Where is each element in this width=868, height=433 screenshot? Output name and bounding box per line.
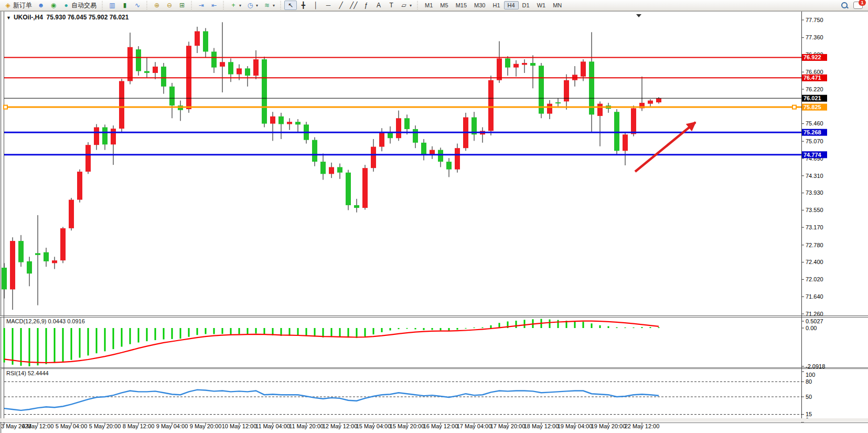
zoom-in-button[interactable]: ⊕ <box>151 1 163 10</box>
chart-canvas[interactable]: 77.75077.36076.98076.60076.22075.84075.4… <box>0 11 868 433</box>
svg-text:15 May 20:00: 15 May 20:00 <box>390 423 425 429</box>
price-badge-76.471: 76.471 <box>802 75 827 81</box>
mt4-window: ◈新订单☻◉●自动交易▥▮∿⊕⊖⊞⇥⇤+▾◷▾≋▾↖╋│─╱╱╱ƒAT▱▾ M1… <box>0 0 868 433</box>
svg-text:100: 100 <box>806 372 815 378</box>
svg-text:76.471: 76.471 <box>803 75 821 81</box>
indicators-button[interactable]: ≋▾ <box>261 1 277 10</box>
candle <box>320 162 326 174</box>
line-handle[interactable] <box>4 105 7 109</box>
candle <box>455 148 460 170</box>
chat-icon[interactable]: 1 <box>853 2 863 9</box>
autotrade-button[interactable]: ●自动交易 <box>60 0 99 11</box>
period-button[interactable]: ◷▾ <box>244 1 261 10</box>
autotrade-icon: ● <box>62 2 70 9</box>
timeframe-w1[interactable]: W1 <box>533 1 550 9</box>
fibonacci-button[interactable]: ƒ <box>360 1 372 10</box>
new-order-button[interactable]: ◈新订单 <box>2 0 35 11</box>
svg-text:9 May 04:00: 9 May 04:00 <box>156 423 188 429</box>
tile-windows-button[interactable]: ⊞ <box>176 1 188 10</box>
line-chart-button[interactable]: ∿ <box>131 1 144 10</box>
price-axis: 77.75077.36076.98076.60076.22075.84075.4… <box>801 17 823 317</box>
candlestick-icon: ▮ <box>121 2 128 9</box>
svg-text:19 May 20:00: 19 May 20:00 <box>591 423 626 429</box>
svg-text:50: 50 <box>806 394 812 400</box>
chevron-down-icon[interactable]: ▾ <box>256 3 258 8</box>
svg-text:76.021: 76.021 <box>803 95 821 101</box>
chevron-down-icon[interactable]: ▾ <box>410 3 412 8</box>
candle <box>27 261 32 273</box>
timeframe-d1[interactable]: D1 <box>519 1 533 9</box>
svg-text:80: 80 <box>806 378 812 385</box>
symbol-dropdown-icon[interactable]: ▼ <box>6 15 11 20</box>
equidistant-channel-button[interactable]: ╱╱ <box>347 1 360 10</box>
chevron-down-icon[interactable]: ▾ <box>273 3 275 8</box>
toolbar: ◈新订单☻◉●自动交易▥▮∿⊕⊖⊞⇥⇤+▾◷▾≋▾↖╋│─╱╱╱ƒAT▱▾ M1… <box>0 0 868 11</box>
line-chart-icon: ∿ <box>134 2 141 9</box>
cursor-icon: ↖ <box>287 2 294 9</box>
notification-badge: 1 <box>859 0 866 6</box>
svg-text:0.00: 0.00 <box>806 325 817 331</box>
period-icon: ◷ <box>247 2 254 9</box>
timeframe-toolbar: M1M5M15M30H1H4D1W1MN <box>420 0 567 10</box>
candle <box>111 129 116 144</box>
timeframe-h4[interactable]: H4 <box>504 1 519 9</box>
auto-scroll-button[interactable]: ⇤ <box>208 1 220 10</box>
svg-text:73.170: 73.170 <box>806 224 823 230</box>
signals-button[interactable]: ◉ <box>47 1 60 10</box>
svg-text:9 May 20:00: 9 May 20:00 <box>190 423 222 429</box>
candle <box>77 172 82 199</box>
price-badge-75.268: 75.268 <box>802 129 827 136</box>
timeframe-m30[interactable]: M30 <box>470 1 489 9</box>
chart-shift-button[interactable]: ⇥ <box>195 1 208 10</box>
candle <box>102 127 108 144</box>
candle <box>153 67 158 73</box>
accounts-button[interactable]: ☻ <box>35 1 47 10</box>
candle <box>404 118 410 129</box>
candle <box>245 68 250 76</box>
crosshair-button[interactable]: ╋ <box>297 1 309 10</box>
chevron-down-icon[interactable]: ▾ <box>239 3 241 8</box>
cursor-button[interactable]: ↖ <box>284 1 297 10</box>
horizontal-line-button[interactable]: ─ <box>322 1 335 10</box>
crosshair-icon: ╋ <box>299 2 307 9</box>
svg-text:18 May 12:00: 18 May 12:00 <box>524 423 559 429</box>
svg-text:8 May 12:00: 8 May 12:00 <box>123 423 155 429</box>
toolbar-separator <box>190 1 193 9</box>
vertical-line-button[interactable]: │ <box>309 1 322 10</box>
candle <box>337 167 342 172</box>
channel-icon: ╱╱ <box>350 2 357 9</box>
timeframe-h1[interactable]: H1 <box>489 1 503 9</box>
candlestick-button[interactable]: ▮ <box>119 1 131 10</box>
timeframe-m5[interactable]: M5 <box>436 1 452 9</box>
candle <box>10 241 15 289</box>
candle <box>52 260 57 263</box>
timeframe-mn[interactable]: MN <box>549 1 565 9</box>
line-handle[interactable] <box>792 105 796 109</box>
candle <box>438 150 443 162</box>
search-icon[interactable] <box>841 2 848 9</box>
svg-text:75.460: 75.460 <box>806 120 823 126</box>
svg-text:71.640: 71.640 <box>806 293 823 300</box>
timeframe-m15[interactable]: M15 <box>452 1 470 9</box>
price-badge-74.774: 74.774 <box>802 151 827 158</box>
text-button[interactable]: A <box>372 1 385 10</box>
price-badge-76.021: 76.021 <box>802 95 827 102</box>
toolbar-separator <box>146 1 148 9</box>
candle <box>555 102 561 103</box>
shapes-button[interactable]: ▱▾ <box>398 1 414 10</box>
trendline-button[interactable]: ╱ <box>335 1 347 10</box>
new-chart-button[interactable]: +▾ <box>227 1 244 10</box>
svg-text:75.070: 75.070 <box>806 138 823 144</box>
candle <box>278 117 284 124</box>
candle <box>656 98 661 102</box>
label-button[interactable]: T <box>385 1 398 10</box>
candle <box>35 253 40 255</box>
bar-chart-button[interactable]: ▥ <box>106 1 119 10</box>
signal-icon: ◉ <box>50 2 57 9</box>
candle <box>2 268 7 289</box>
timeframe-m1[interactable]: M1 <box>421 1 436 9</box>
svg-text:74.774: 74.774 <box>803 152 822 158</box>
trend-arrow[interactable] <box>635 122 695 172</box>
zoom-out-button[interactable]: ⊖ <box>163 1 176 10</box>
svg-text:17 May 04:00: 17 May 04:00 <box>457 423 492 429</box>
